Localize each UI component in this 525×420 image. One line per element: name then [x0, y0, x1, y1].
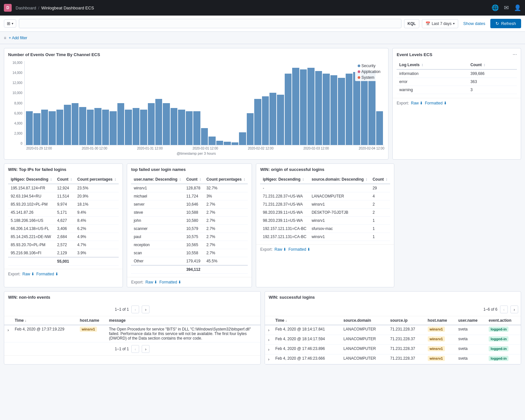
formatted-link[interactable]: Formatted ⬇ — [36, 272, 58, 276]
add-filter-link[interactable]: + Add filter — [9, 36, 27, 40]
levels-raw-link[interactable]: Raw ⬇ — [411, 101, 423, 105]
col-username[interactable]: user.name: Descending ↕ — [131, 175, 184, 184]
bar[interactable] — [41, 110, 48, 145]
bar[interactable] — [368, 71, 375, 145]
refresh-button[interactable]: ↻ Refresh — [490, 19, 521, 28]
bar[interactable] — [307, 68, 314, 145]
expand-button[interactable]: › — [268, 346, 270, 353]
next-page-button[interactable]: › — [510, 306, 518, 313]
bar[interactable] — [315, 71, 322, 145]
expand-button[interactable]: › — [268, 356, 270, 362]
expand-button[interactable]: › — [7, 327, 9, 333]
bar[interactable] — [338, 78, 345, 145]
col-pct[interactable]: Count percentages ↕ — [204, 175, 248, 184]
bar[interactable] — [247, 113, 254, 145]
col-host[interactable]: host.name — [425, 316, 456, 325]
bar[interactable] — [330, 75, 337, 145]
bar[interactable] — [262, 96, 269, 145]
bar[interactable] — [201, 128, 208, 145]
breadcrumb-parent[interactable]: Dashboard — [16, 6, 36, 10]
raw-link[interactable]: Raw ⬇ — [145, 280, 157, 284]
bar[interactable] — [102, 110, 109, 145]
bar[interactable] — [269, 93, 276, 145]
bar[interactable] — [346, 74, 352, 145]
bar[interactable] — [49, 111, 55, 145]
bar[interactable] — [56, 110, 63, 145]
bar[interactable] — [178, 110, 185, 145]
bar[interactable] — [224, 142, 231, 145]
bar[interactable] — [292, 68, 299, 145]
col-ip[interactable]: ipNgeo: Descending ↕ — [260, 175, 309, 184]
prev-page-button[interactable]: ‹ — [500, 306, 508, 313]
bar[interactable] — [87, 110, 94, 145]
bar[interactable] — [171, 108, 177, 145]
col-user[interactable]: user.name — [456, 316, 486, 325]
col-domain[interactable]: source.domain — [341, 316, 388, 325]
expand-button[interactable]: › — [268, 337, 270, 343]
col-domain[interactable]: source.domain: Descending ↕ — [309, 175, 370, 184]
table-row: › Feb 4, 2020 @ 17:46:23.666 LANACOMPUTE… — [265, 354, 521, 364]
bar[interactable] — [323, 74, 329, 145]
raw-link[interactable]: Raw ⬇ — [274, 247, 286, 252]
ip-cell: 85.93.20.102=PL-PM — [8, 200, 54, 209]
search-input[interactable]: host.name:"winsrv1" — [19, 19, 401, 28]
col-host[interactable]: host.name — [77, 316, 106, 325]
levels-col-level[interactable]: Log Levels ↕ — [397, 61, 468, 69]
bar[interactable] — [64, 105, 71, 145]
bar[interactable] — [79, 107, 86, 145]
mail-icon[interactable]: ✉ — [504, 4, 509, 11]
levels-options-button[interactable]: ··· — [513, 52, 517, 57]
bar[interactable] — [376, 111, 383, 145]
col-time[interactable]: Time ↓ — [12, 316, 77, 325]
raw-link[interactable]: Raw ⬇ — [22, 272, 34, 276]
col-count[interactable]: Count ↕ — [184, 175, 204, 184]
globe-icon[interactable]: 🌐 — [492, 4, 499, 11]
bar[interactable] — [209, 137, 215, 145]
formatted-link[interactable]: Formatted ⬇ — [159, 280, 181, 284]
formatted-link[interactable]: Formatted ⬇ — [288, 247, 310, 252]
time-picker[interactable]: 📅 Last 7 days ▾ — [422, 19, 458, 28]
bar[interactable] — [140, 110, 147, 145]
col-count[interactable]: Count ↕ — [370, 175, 390, 184]
show-dates-button[interactable]: Show dates — [461, 21, 488, 26]
profile-icon[interactable]: 👤 — [514, 4, 521, 11]
col-action[interactable]: event.action — [486, 316, 521, 325]
bar[interactable] — [285, 74, 292, 145]
bar[interactable] — [155, 99, 162, 145]
bar[interactable] — [186, 111, 193, 145]
bar[interactable] — [300, 69, 307, 145]
next-page-button[interactable]: › — [142, 306, 149, 313]
bar[interactable] — [33, 113, 40, 145]
bar[interactable] — [216, 141, 223, 145]
y-label-5: 10,000 — [8, 91, 22, 95]
col-count[interactable]: Count ↕ — [54, 175, 75, 184]
bar[interactable] — [117, 103, 124, 145]
kql-button[interactable]: KQL — [404, 19, 419, 28]
col-ip[interactable]: source.ip — [388, 316, 425, 325]
levels-col-count[interactable]: Count ↕ — [468, 61, 517, 69]
bar[interactable] — [133, 108, 139, 145]
col-message[interactable]: message — [106, 316, 260, 325]
bar[interactable] — [94, 108, 101, 145]
levels-formatted-link[interactable]: Formatted ⬇ — [425, 101, 447, 105]
bar[interactable] — [193, 111, 200, 145]
bar[interactable] — [148, 103, 155, 145]
next-page-button-2[interactable]: › — [142, 345, 149, 353]
filter-type-button[interactable]: ⊞ ▾ — [4, 19, 16, 28]
prev-page-button-2[interactable]: ‹ — [131, 345, 139, 353]
bar[interactable] — [72, 103, 78, 145]
bar[interactable] — [353, 72, 360, 145]
bar[interactable] — [163, 103, 170, 145]
col-ip[interactable]: ipNgeo: Descending ↕ — [8, 175, 54, 184]
bar[interactable] — [125, 110, 132, 145]
col-time[interactable]: Time ↓ — [273, 316, 341, 325]
prev-page-button[interactable]: ‹ — [131, 306, 139, 313]
bar[interactable] — [277, 95, 284, 145]
bar[interactable] — [110, 111, 116, 145]
col-pct[interactable]: Count percentages ↕ — [75, 175, 119, 184]
expand-button[interactable]: › — [268, 327, 270, 333]
bar[interactable] — [254, 99, 261, 145]
bar[interactable] — [232, 142, 238, 145]
bar[interactable] — [26, 111, 33, 145]
bar[interactable] — [239, 132, 246, 145]
